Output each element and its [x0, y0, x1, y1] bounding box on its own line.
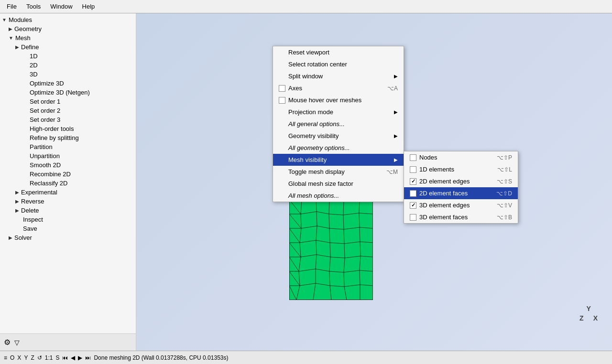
- menu-item-left: Geometry visibility: [279, 132, 339, 139]
- tree-arrow[interactable]: ▶: [15, 44, 19, 50]
- sidebar-item-reverse[interactable]: ▶Reverse: [0, 197, 136, 206]
- tree-label: 3D: [30, 71, 38, 78]
- menu-item-split-window[interactable]: Split window▶: [273, 70, 404, 82]
- menu-item-all-mesh-options[interactable]: All mesh options...: [273, 190, 404, 202]
- submenu-checkbox[interactable]: [410, 154, 416, 161]
- tree-label: 2D: [30, 62, 38, 69]
- menu-label: Axes: [288, 85, 302, 92]
- menu-checkbox[interactable]: [279, 97, 285, 104]
- sidebar-item-recombine2d[interactable]: Recombine 2D: [0, 170, 136, 179]
- submenu-shortcut: ⌥⇧V: [497, 202, 512, 209]
- submenu-item-3d-element-faces[interactable]: 3D element faces⌥⇧B: [404, 211, 518, 223]
- status-icon-y[interactable]: Y: [24, 354, 28, 361]
- menu-item-all-geometry-options[interactable]: All geometry options...: [273, 142, 404, 154]
- sidebar-item-1d[interactable]: 1D: [0, 52, 136, 61]
- menu-checkbox[interactable]: [279, 85, 285, 92]
- menu-item-left: Global mesh size factor: [279, 180, 353, 187]
- sidebar-item-setorder1[interactable]: Set order 1: [0, 97, 136, 106]
- status-icon-prev[interactable]: ◀: [71, 354, 75, 361]
- menu-window[interactable]: Window: [45, 1, 77, 12]
- submenu-checkbox[interactable]: [410, 166, 416, 173]
- sidebar-item-refinebysplitting[interactable]: Refine by splitting: [0, 133, 136, 142]
- tree-arrow[interactable]: ▶: [15, 190, 19, 195]
- sidebar-item-optimize3d-netgen[interactable]: Optimize 3D (Netgen): [0, 88, 136, 97]
- submenu-checkbox[interactable]: ✓: [410, 178, 416, 185]
- menu-item-all-general-options[interactable]: All general options...: [273, 118, 404, 130]
- menu-help[interactable]: Help: [77, 1, 100, 12]
- status-icon-end[interactable]: ⏭: [85, 354, 91, 361]
- tree-label: Experimental: [21, 189, 57, 196]
- gear-icon[interactable]: ⚙: [4, 338, 11, 347]
- sidebar-item-unpartition[interactable]: Unpartition: [0, 151, 136, 161]
- tree-arrow[interactable]: ▶: [15, 208, 19, 213]
- submenu-checkbox[interactable]: ✓: [410, 190, 416, 197]
- tree-arrow[interactable]: ▶: [15, 199, 19, 204]
- tree-arrow[interactable]: ▼: [9, 35, 13, 41]
- status-icon-z[interactable]: Z: [31, 354, 34, 361]
- sidebar-item-2d[interactable]: 2D: [0, 61, 136, 70]
- menu-file[interactable]: File: [2, 1, 22, 12]
- sidebar-item-setorder2[interactable]: Set order 2: [0, 106, 136, 115]
- status-icon-o[interactable]: O: [10, 354, 14, 361]
- sidebar-item-geometry[interactable]: ▶Geometry: [0, 24, 136, 33]
- submenu-shortcut: ⌥⇧L: [497, 166, 512, 173]
- menu-shortcut: ⌥A: [387, 85, 398, 92]
- sidebar-item-save[interactable]: Save: [0, 224, 136, 233]
- submenu-label: Nodes: [419, 154, 437, 161]
- sidebar-item-highordertools[interactable]: High-order tools: [0, 124, 136, 133]
- sidebar-item-mesh[interactable]: ▼Mesh: [0, 33, 136, 43]
- tree-label: Reclassify 2D: [30, 180, 67, 187]
- menu-item-geometry-visibility[interactable]: Geometry visibility▶: [273, 130, 404, 142]
- status-icon-start[interactable]: ⏮: [62, 354, 68, 361]
- sidebar-item-solver[interactable]: ▶Solver: [0, 233, 136, 242]
- submenu-item-left: ✓2D element faces: [410, 190, 468, 197]
- menu-item-axes[interactable]: Axes⌥A: [273, 82, 404, 94]
- sidebar-item-experimental[interactable]: ▶Experimental: [0, 188, 136, 197]
- tree-label: Save: [23, 225, 37, 232]
- submenu-item-1d-elements[interactable]: 1D elements⌥⇧L: [404, 163, 518, 175]
- menu-item-toggle-mesh-display[interactable]: Toggle mesh display⌥M: [273, 166, 404, 178]
- context-menu-main: Reset viewportSelect rotation centerSpli…: [273, 46, 404, 202]
- status-icon-rotate[interactable]: ↺: [37, 354, 42, 361]
- menu-item-reset-viewport[interactable]: Reset viewport: [273, 46, 404, 58]
- status-icon-menu[interactable]: ≡: [4, 354, 7, 361]
- sidebar-item-setorder3[interactable]: Set order 3: [0, 115, 136, 124]
- sidebar-item-delete[interactable]: ▶Delete: [0, 206, 136, 215]
- menu-item-global-mesh-size[interactable]: Global mesh size factor: [273, 178, 404, 190]
- submenu-item-nodes[interactable]: Nodes⌥⇧P: [404, 151, 518, 163]
- sidebar-item-reclassify2d[interactable]: Reclassify 2D: [0, 179, 136, 188]
- tree-arrow[interactable]: ▼: [2, 17, 7, 22]
- submenu-checkbox[interactable]: ✓: [410, 202, 416, 209]
- menu-item-select-rotation-center[interactable]: Select rotation center: [273, 58, 404, 70]
- submenu-checkbox[interactable]: [410, 214, 416, 221]
- axis-indicator: Y Z X: [579, 305, 598, 322]
- tree-arrow[interactable]: ▶: [9, 235, 12, 240]
- tree-arrow[interactable]: ▶: [9, 26, 12, 32]
- status-icon-next[interactable]: ▶: [78, 354, 82, 361]
- sidebar-item-define[interactable]: ▶Define: [0, 43, 136, 52]
- sidebar-item-partition[interactable]: Partition: [0, 142, 136, 151]
- menu-item-projection-mode[interactable]: Projection mode▶: [273, 106, 404, 118]
- menu-label: Reset viewport: [288, 49, 329, 56]
- submenu-item-3d-element-edges[interactable]: ✓3D element edges⌥⇧V: [404, 199, 518, 211]
- sidebar-item-optimize3d[interactable]: Optimize 3D: [0, 79, 136, 88]
- sidebar-toolbar: ⚙ ▽: [0, 333, 136, 351]
- sidebar-item-modules[interactable]: ▼Modules: [0, 15, 136, 24]
- statusbar: ≡ O X Y Z ↺ 1:1 S ⏮ ◀ ▶ ⏭ Done meshing 2…: [0, 351, 612, 364]
- menu-item-mesh-visibility[interactable]: Mesh visibility▶: [273, 154, 404, 166]
- status-icon-x[interactable]: X: [17, 354, 21, 361]
- filter-icon[interactable]: ▽: [14, 339, 20, 346]
- menu-tools[interactable]: Tools: [22, 1, 45, 12]
- sidebar-item-3d[interactable]: 3D: [0, 70, 136, 79]
- menu-item-mouse-hover[interactable]: Mouse hover over meshes: [273, 94, 404, 106]
- submenu-item-2d-element-faces[interactable]: ✓2D element faces⌥⇧D: [404, 187, 518, 199]
- status-icon-s[interactable]: S: [55, 354, 59, 361]
- tree-label: Solver: [14, 234, 32, 241]
- tree-label: Delete: [21, 207, 39, 214]
- submenu-shortcut: ⌥⇧D: [496, 190, 512, 197]
- sidebar-item-smooth2d[interactable]: Smooth 2D: [0, 161, 136, 170]
- tree-label: Modules: [9, 16, 32, 23]
- menu-item-left: Select rotation center: [279, 61, 347, 68]
- sidebar-item-inspect[interactable]: Inspect: [0, 215, 136, 224]
- submenu-item-2d-element-edges[interactable]: ✓2D element edges⌥⇧S: [404, 175, 518, 187]
